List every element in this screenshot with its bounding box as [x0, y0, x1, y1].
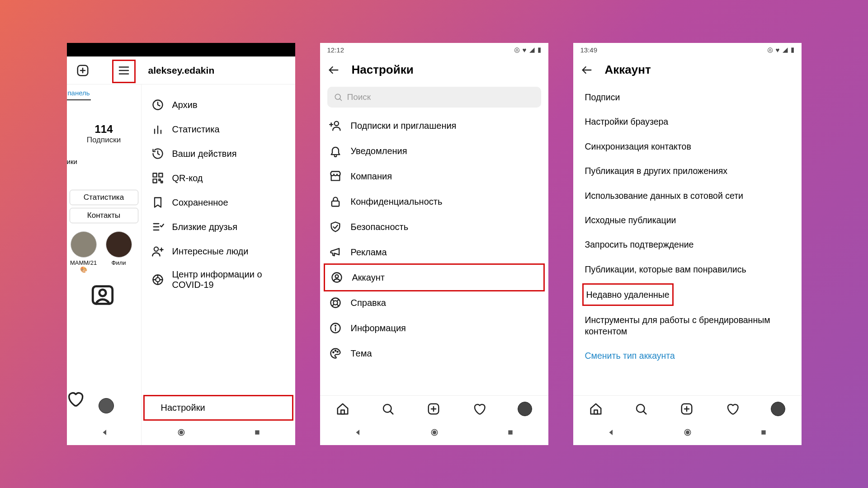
profile-tab-icon[interactable]: [771, 402, 785, 416]
android-navbar: [573, 422, 802, 445]
following-label: Подписки: [67, 136, 141, 145]
menu-saved[interactable]: Сохраненное: [142, 190, 295, 215]
svg-rect-12: [153, 174, 156, 177]
nav-home-icon[interactable]: [430, 428, 439, 439]
following-count: 114: [67, 123, 141, 136]
settings-privacy[interactable]: Конфиденциальность: [320, 189, 548, 214]
insights-icon: [151, 123, 164, 136]
story-highlight[interactable]: Фили: [103, 231, 135, 273]
account-browser[interactable]: Настройки браузера: [573, 109, 802, 134]
search-input[interactable]: Поиск: [327, 87, 541, 108]
bell-icon: [329, 145, 342, 157]
svg-rect-75: [762, 430, 766, 434]
menu-label: Архив: [172, 100, 198, 110]
burger-menu-icon[interactable]: [117, 64, 131, 77]
account-share-other[interactable]: Публикация в других приложениях: [573, 159, 802, 183]
activity-tab-icon[interactable]: [726, 402, 739, 416]
settings-security[interactable]: Безопасность: [320, 214, 548, 239]
back-arrow-icon[interactable]: [580, 64, 593, 76]
svg-line-68: [643, 411, 646, 414]
profile-tab-icon[interactable]: [518, 402, 532, 416]
account-contacts-sync[interactable]: Синхронизация контактов: [573, 134, 802, 159]
account-liked[interactable]: Публикации, которые вам понравились: [573, 257, 802, 282]
menu-label: Компания: [351, 171, 392, 182]
settings-company[interactable]: Компания: [320, 164, 548, 189]
following-stat[interactable]: 114 Подписки: [67, 123, 141, 145]
back-arrow-icon[interactable]: [327, 64, 340, 76]
tagged-tab-icon[interactable]: [90, 282, 116, 300]
nav-home-icon[interactable]: [177, 428, 186, 439]
search-tab-icon[interactable]: [634, 402, 648, 416]
nav-back-icon[interactable]: [607, 428, 615, 438]
settings-ads[interactable]: Реклама: [320, 239, 548, 265]
svg-rect-55: [341, 410, 344, 414]
svg-point-63: [433, 431, 436, 434]
menu-qr[interactable]: QR-код: [142, 166, 295, 190]
menu-discover[interactable]: Интересные люди: [142, 239, 295, 263]
create-post-icon[interactable]: [76, 64, 90, 77]
svg-rect-14: [153, 179, 156, 183]
nav-home-icon[interactable]: [683, 428, 692, 439]
heart-icon[interactable]: [67, 390, 84, 410]
activity-tab-icon[interactable]: [472, 402, 486, 416]
home-tab-icon[interactable]: [336, 402, 349, 416]
menu-settings[interactable]: Настройки: [145, 396, 292, 419]
settings-follow[interactable]: Подписки и приглашения: [320, 113, 548, 138]
settings-header: Настройки: [320, 56, 548, 81]
story-label: Фили: [103, 259, 135, 266]
account-header: Аккаунт: [573, 56, 802, 81]
account-recently-deleted[interactable]: Недавно удаленные: [584, 285, 672, 305]
nav-back-icon[interactable]: [101, 428, 109, 438]
menu-close-friends[interactable]: Близкие друзья: [142, 215, 295, 239]
nav-recent-icon[interactable]: [254, 429, 261, 438]
android-navbar: [320, 422, 548, 445]
profile-avatar-small[interactable]: [99, 398, 114, 413]
settings-help[interactable]: Справка: [320, 290, 548, 315]
svg-point-42: [335, 275, 338, 278]
menu-label: Статистика: [172, 124, 220, 135]
settings-theme[interactable]: Тема: [320, 341, 548, 366]
create-tab-icon[interactable]: [680, 402, 693, 416]
nav-recent-icon[interactable]: [760, 429, 767, 438]
story-highlight[interactable]: МАММ/21 🎨: [68, 231, 99, 273]
close-friends-icon: [151, 221, 164, 233]
stats-chip[interactable]: Статистика: [70, 190, 138, 205]
wifi-icon: ♥: [776, 46, 780, 54]
vibrate-icon: ◎: [514, 46, 520, 54]
svg-point-24: [156, 277, 160, 282]
help-icon: [329, 296, 342, 309]
search-tab-icon[interactable]: [381, 402, 395, 416]
story-label: МАММ/21 🎨: [68, 259, 99, 273]
svg-point-51: [335, 325, 336, 326]
svg-line-36: [340, 99, 341, 100]
bottom-tabbar: [320, 395, 548, 422]
nav-recent-icon[interactable]: [507, 429, 514, 438]
menu-archive[interactable]: Архив: [142, 93, 295, 117]
menu-label: Безопасность: [351, 222, 409, 232]
settings-notifications[interactable]: Уведомления: [320, 138, 548, 164]
account-captions[interactable]: Подписи: [573, 85, 802, 109]
home-tab-icon[interactable]: [589, 402, 603, 416]
menu-activity[interactable]: Ваши действия: [142, 141, 295, 166]
account-cell-data[interactable]: Использование данных в сотовой сети: [573, 183, 802, 208]
account-original[interactable]: Исходные публикации: [573, 208, 802, 232]
nav-back-icon[interactable]: [354, 428, 362, 438]
wifi-icon: ♥: [523, 46, 527, 54]
account-verify[interactable]: Запросить подтверждение: [573, 232, 802, 257]
account-switch-type[interactable]: Сменить тип аккаунта: [573, 343, 802, 368]
settings-account[interactable]: Аккаунт: [325, 265, 543, 290]
archive-icon: [151, 99, 164, 111]
account-branded[interactable]: Инструменты для работы с брендированным …: [573, 308, 802, 343]
pro-panel-link[interactable]: панель: [67, 86, 91, 100]
create-tab-icon[interactable]: [427, 402, 440, 416]
svg-line-46: [337, 300, 339, 301]
contacts-chip[interactable]: Контакты: [70, 208, 138, 223]
discover-people-icon: [151, 245, 164, 258]
status-bar-dark: [67, 43, 295, 56]
status-bar: 13:49 ◎ ♥ ◢ ▮: [573, 43, 802, 56]
svg-line-48: [337, 305, 339, 306]
menu-insights[interactable]: Статистика: [142, 117, 295, 141]
settings-about[interactable]: Информация: [320, 315, 548, 341]
menu-covid[interactable]: Центр информации о COVID-19: [142, 263, 295, 296]
stat-clip: ики: [67, 158, 77, 165]
